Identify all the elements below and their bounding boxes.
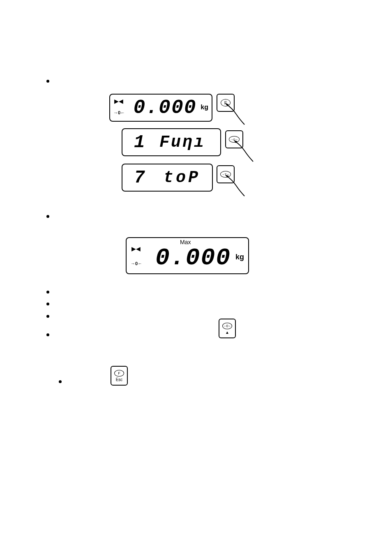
hand-icon: [233, 139, 257, 164]
lcd-display-4: Max ▶◀ →0← 0.000 kg: [126, 237, 249, 274]
lcd-display-1: ▶◀ →0← 0.000 kg: [109, 94, 212, 122]
bullet: [46, 77, 49, 84]
bullet: [46, 300, 49, 307]
stable-icon: ▶◀: [114, 98, 123, 104]
bullet: [46, 312, 49, 319]
lcd-display-3: 7 toP: [122, 164, 213, 192]
zero-key-inline[interactable]: →0← ▲: [219, 319, 236, 338]
lcd-text: Fuηı: [159, 133, 205, 152]
lcd-text: toP: [164, 169, 201, 187]
zero-key-label: →0←: [222, 323, 232, 329]
f-esc-key[interactable]: F Esc: [111, 366, 128, 386]
lcd-digit: 1: [134, 132, 145, 153]
esc-label: Esc: [116, 377, 123, 382]
lcd-value: 0.000: [155, 245, 231, 271]
zero-icon: →0←: [131, 261, 142, 266]
up-arrow-icon: ▲: [225, 330, 229, 335]
lcd-value: 0.000: [133, 97, 196, 119]
f-key-label: F: [114, 370, 124, 377]
lcd-display-2: 1 Fuηı: [122, 128, 221, 156]
lcd-digit: 7: [134, 167, 145, 188]
max-label: Max: [180, 239, 191, 245]
hand-icon: [224, 102, 249, 127]
stable-icon: ▶◀: [131, 245, 141, 252]
zero-icon: →0←: [113, 110, 125, 115]
bullet: [46, 288, 49, 295]
page: ▶◀ →0← 0.000 kg F 1 Fuηı →0← 7 toP →T← M…: [0, 0, 392, 557]
bullet: [59, 377, 62, 385]
unit-kg: kg: [235, 253, 244, 261]
hand-icon: [224, 173, 249, 198]
bullet: [46, 212, 49, 220]
bullet: [46, 331, 49, 338]
unit-kg: kg: [201, 104, 208, 111]
